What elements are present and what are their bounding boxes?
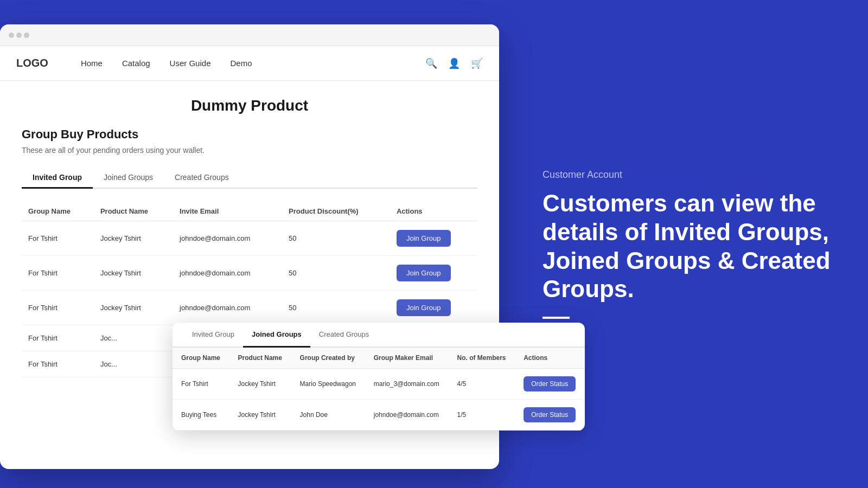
overlay-cell-product-name: Jockey Tshirt [229,369,291,400]
nav-links: Home Catalog User Guide Demo [81,59,425,68]
browser-dot-1 [9,33,14,38]
join-group-button-3[interactable]: Join Group [397,299,451,316]
overlay-tabs: Invited Group Joined Groups Created Grou… [173,323,585,348]
cell-action: Join Group [390,291,477,325]
overlay-cell-group-name: Buying Tees [173,400,229,431]
search-icon[interactable]: 🔍 [425,57,437,69]
overlay-card: Invited Group Joined Groups Created Grou… [173,323,585,431]
cell-product-name: Jockey Tshirt [94,256,173,291]
col-discount: Product Discount(%) [282,202,390,221]
cell-email: johndoe@domain.com [173,291,282,325]
overlay-cell-created-by: Mario Speedwagon [291,369,365,400]
overlay-table-row: For Tshirt Jockey Tshirt Mario Speedwago… [173,369,585,400]
section-subtitle: These are all of your pending orders usi… [22,146,477,155]
table-row: For Tshirt Jockey Tshirt johndoe@domain.… [22,256,477,291]
order-status-button-1[interactable]: Order Status [524,376,576,391]
cell-discount: 50 [282,221,390,256]
join-group-button-1[interactable]: Join Group [397,230,451,247]
nav-link-user-guide[interactable]: User Guide [170,59,211,68]
cart-icon[interactable]: 🛒 [471,57,483,69]
cell-group-name: For Tshirt [22,325,94,351]
browser-dot-2 [16,33,22,38]
tab-created-groups[interactable]: Created Groups [164,168,240,189]
cell-group-name: For Tshirt [22,221,94,256]
shop-nav: LOGO Home Catalog User Guide Demo 🔍 👤 🛒 [0,46,499,81]
table-row: For Tshirt Jockey Tshirt johndoe@domain.… [22,291,477,325]
nav-icons: 🔍 👤 🛒 [425,57,483,69]
cell-product-name: Joc... [94,351,173,377]
cell-email: johndoe@domain.com [173,221,282,256]
overlay-col-created-by: Group Created by [291,348,365,369]
cell-action: Join Group [390,256,477,291]
section-title: Group Buy Products [22,127,477,142]
overlay-cell-action: Order Status [515,369,585,400]
cell-group-name: For Tshirt [22,291,94,325]
browser-dot-3 [24,33,29,38]
cell-product-name: Jockey Tshirt [94,291,173,325]
right-panel-main-text: Customers can view the details of Invite… [542,189,835,304]
table-row: For Tshirt Jockey Tshirt johndoe@domain.… [22,221,477,256]
joined-groups-table: Group Name Product Name Group Created by… [173,348,585,431]
overlay-tab-invited-group[interactable]: Invited Group [183,323,243,348]
user-icon[interactable]: 👤 [448,57,460,69]
cell-group-name: For Tshirt [22,256,94,291]
join-group-button-2[interactable]: Join Group [397,265,451,281]
nav-link-home[interactable]: Home [81,59,103,68]
tabs-bar: Invited Group Joined Groups Created Grou… [22,168,477,189]
cell-product-name: Joc... [94,325,173,351]
overlay-cell-product-name: Jockey Tshirt [229,400,291,431]
cell-email: johndoe@domain.com [173,256,282,291]
cell-action: Join Group [390,221,477,256]
overlay-cell-maker-email: johndoe@domain.com [365,400,449,431]
col-product-name: Product Name [94,202,173,221]
page-title: Dummy Product [22,97,477,114]
overlay-tab-created-groups[interactable]: Created Groups [310,323,378,348]
overlay-cell-group-name: For Tshirt [173,369,229,400]
right-panel-subtitle: Customer Account [542,169,835,181]
overlay-col-group-name: Group Name [173,348,229,369]
tab-invited-group[interactable]: Invited Group [22,168,93,189]
overlay-col-members: No. of Members [449,348,515,369]
overlay-cell-members: 1/5 [449,400,515,431]
shop-logo: LOGO [16,57,48,69]
tab-joined-groups[interactable]: Joined Groups [93,168,164,189]
overlay-cell-members: 4/5 [449,369,515,400]
order-status-button-2[interactable]: Order Status [524,407,576,422]
nav-link-catalog[interactable]: Catalog [122,59,150,68]
overlay-cell-maker-email: mario_3@domain.com [365,369,449,400]
cell-discount: 50 [282,256,390,291]
overlay-col-maker-email: Group Maker Email [365,348,449,369]
overlay-cell-created-by: John Doe [291,400,365,431]
nav-link-demo[interactable]: Demo [230,59,252,68]
cell-discount: 50 [282,291,390,325]
overlay-col-actions: Actions [515,348,585,369]
col-invite-email: Invite Email [173,202,282,221]
overlay-table-row: Buying Tees Jockey Tshirt John Doe johnd… [173,400,585,431]
cell-group-name: For Tshirt [22,351,94,377]
right-panel-divider [542,317,570,319]
overlay-cell-action: Order Status [515,400,585,431]
cell-product-name: Jockey Tshirt [94,221,173,256]
overlay-col-product-name: Product Name [229,348,291,369]
col-group-name: Group Name [22,202,94,221]
browser-bar [0,24,499,46]
col-actions: Actions [390,202,477,221]
overlay-tab-joined-groups[interactable]: Joined Groups [243,323,310,348]
